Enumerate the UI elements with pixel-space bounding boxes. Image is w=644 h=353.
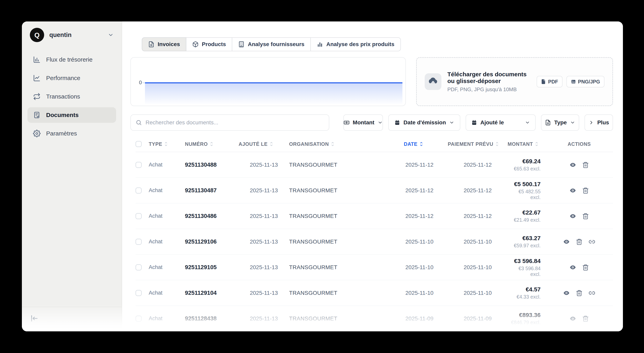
sidebar-item-performance[interactable]: Performance [28, 70, 116, 86]
sidebar: Q quentin Flux de trésoreriePerformanceT… [22, 21, 122, 331]
cell-added-date: 2025-11-13 [238, 264, 289, 271]
filter-plus-button[interactable]: Plus [584, 114, 613, 131]
trash-action-button[interactable] [582, 187, 589, 194]
cell-amount: €5 500.17€5 482.55 excl. [508, 181, 546, 200]
row-actions [546, 238, 613, 245]
sidebar-item-documents[interactable]: Documents [28, 107, 116, 123]
trash-action-button[interactable] [582, 315, 589, 322]
upload-subtitle: PDF, PNG, JPG jusqu'à 10MB [447, 86, 531, 93]
eye-action-button[interactable] [563, 238, 570, 245]
cell-number: 9251130488 [185, 161, 238, 168]
tab-label: Products [202, 41, 226, 47]
amount-excl: €4.33 excl. [508, 294, 540, 300]
filter-ajoute-le-button[interactable]: Ajouté le [466, 114, 536, 131]
cell-number: 9251130486 [185, 213, 238, 219]
search-input[interactable] [146, 119, 324, 126]
line-chart-icon [33, 74, 40, 82]
collapse-sidebar-icon[interactable] [30, 314, 38, 323]
table-row[interactable]: Achat92511304882025-11-13TRANSGOURMET202… [136, 152, 613, 178]
table-row[interactable]: Achat92511291042025-11-13TRANSGOURMET202… [136, 280, 613, 306]
link-action-button[interactable] [588, 290, 595, 296]
amount-incl: €22.67 [508, 209, 540, 216]
cell-payment-due: 2025-11-10 [448, 264, 508, 271]
column-header-date[interactable]: DATE [404, 141, 448, 147]
column-header-type[interactable]: TYPE [149, 141, 185, 147]
cell-number: 9251130487 [185, 187, 238, 194]
trash-action-button[interactable] [582, 213, 589, 220]
row-checkbox[interactable] [136, 239, 142, 245]
column-label: AJOUTÉ LE [238, 141, 268, 147]
trash-action-button[interactable] [582, 161, 589, 168]
chevron-down-icon [525, 120, 530, 125]
filter-montant-button[interactable]: Montant [343, 114, 383, 131]
upload-title: Télécharger des documents ou glisser-dép… [447, 71, 531, 84]
sidebar-footer [22, 307, 122, 331]
chevron-right-icon [588, 120, 594, 125]
column-header-added[interactable]: AJOUTÉ LE [238, 141, 289, 147]
table-row[interactable]: Achat92511304862025-11-13TRANSGOURMET202… [136, 203, 613, 229]
upload-dropzone[interactable]: Télécharger des documents ou glisser-dép… [416, 57, 613, 106]
chevron-down-icon [570, 120, 575, 125]
cell-added-date: 2025-11-13 [238, 162, 289, 168]
filter-button-content: Date d'émission [394, 119, 446, 126]
row-actions [546, 161, 613, 168]
eye-action-button[interactable] [570, 161, 576, 168]
row-checkbox[interactable] [136, 188, 142, 193]
row-checkbox[interactable] [136, 290, 142, 296]
cell-amount: €63.27€59.97 excl. [508, 235, 546, 249]
sidebar-item-flux-de-tresorerie[interactable]: Flux de trésorerie [28, 52, 116, 67]
select-all-checkbox[interactable] [136, 141, 142, 147]
eye-action-button[interactable] [563, 290, 570, 296]
eye-action-button[interactable] [570, 315, 576, 322]
upload-png-jpg-button[interactable]: PNG/JPG [566, 76, 604, 87]
sidebar-item-label: Paramètres [46, 130, 77, 137]
trash-action-button[interactable] [582, 264, 589, 271]
package-icon [192, 41, 199, 47]
sidebar-item-parametres[interactable]: Paramètres [28, 126, 116, 141]
tab-label: Analyse des prix produits [326, 41, 394, 47]
eye-action-button[interactable] [570, 187, 576, 194]
row-checkbox[interactable] [136, 264, 142, 270]
column-header-number[interactable]: NUMÉRO [185, 141, 238, 147]
column-label: MONTANT [508, 141, 533, 147]
amount-excl: €3 596.84 excl. [508, 266, 540, 277]
filter-type-button[interactable]: Type [541, 114, 579, 131]
sidebar-item-transactions[interactable]: Transactions [28, 89, 116, 104]
tab-analyse-des-prix-produits[interactable]: Analyse des prix produits [310, 37, 401, 51]
row-actions [546, 315, 613, 322]
amount-excl: €846.79 excl. [508, 320, 540, 325]
column-label: TYPE [149, 141, 162, 147]
user-menu[interactable]: Q quentin [30, 28, 114, 42]
row-checkbox[interactable] [136, 162, 142, 168]
trash-action-button[interactable] [576, 238, 582, 245]
upload-pdf-button[interactable]: PDF [537, 76, 562, 87]
table-row[interactable]: Achat92511304872025-11-13TRANSGOURMET202… [136, 178, 613, 203]
row-checkbox[interactable] [136, 316, 142, 322]
sidebar-item-label: Transactions [46, 93, 80, 100]
tab-analyse-fournisseurs[interactable]: Analyse fournisseurs [232, 37, 311, 51]
link-action-button[interactable] [588, 238, 595, 245]
tab-invoices[interactable]: Invoices [142, 37, 186, 51]
row-checkbox[interactable] [136, 213, 142, 219]
column-label: ORGANISATION [289, 141, 329, 147]
filter-date-d-emission-button[interactable]: Date d'émission [388, 114, 460, 131]
column-header-amount[interactable]: MONTANT [508, 141, 546, 147]
amount-excl: €5 482.55 excl. [508, 189, 540, 200]
table-row[interactable]: Achat92511284382025-11-13TRANSGOURMET202… [136, 306, 613, 331]
amount-incl: €63.27 [508, 235, 540, 242]
trash-action-button[interactable] [576, 290, 582, 296]
eye-action-button[interactable] [570, 213, 576, 220]
tab-products[interactable]: Products [186, 37, 232, 51]
table-row[interactable]: Achat92511291062025-11-13TRANSGOURMET202… [136, 229, 613, 255]
cell-number: 9251128438 [185, 315, 238, 322]
column-header-due[interactable]: PAIEMENT PRÉVU [448, 141, 508, 147]
cell-organisation: TRANSGOURMET [289, 239, 404, 245]
cell-organisation: TRANSGOURMET [289, 316, 404, 322]
eye-action-button[interactable] [570, 264, 576, 271]
amount-incl: €5 500.17 [508, 181, 540, 188]
column-header-org[interactable]: ORGANISATION [289, 141, 404, 147]
amount-incl: €3 596.84 [508, 258, 540, 264]
sort-icon [535, 141, 538, 147]
table-row[interactable]: Achat92511291052025-11-13TRANSGOURMET202… [136, 255, 613, 280]
documents-chart: 0 [130, 57, 406, 106]
